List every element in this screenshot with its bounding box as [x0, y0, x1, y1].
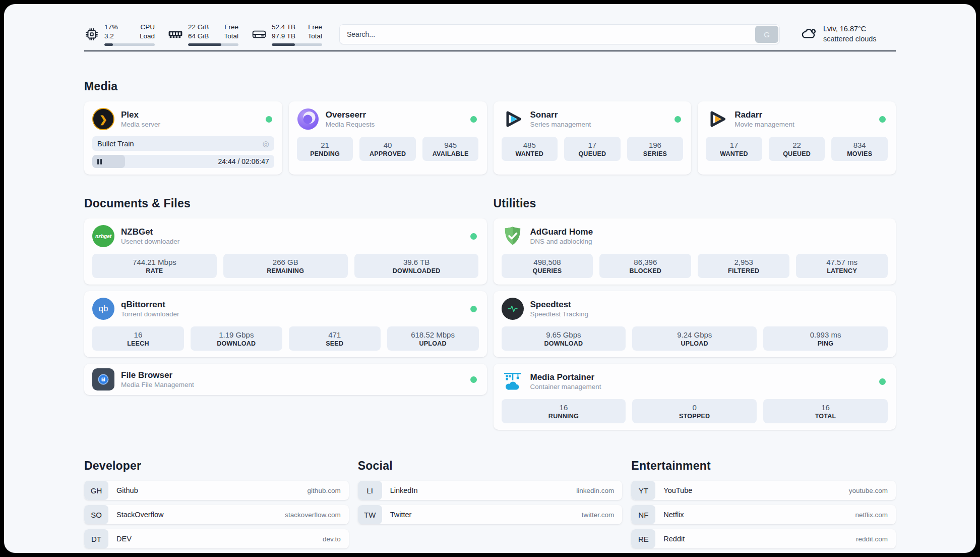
stat-box: 86,396 BLOCKED [599, 254, 691, 278]
stat-box: 834 MOVIES [831, 137, 888, 161]
search-bar: G [339, 24, 780, 44]
weather-condition: scattered clouds [823, 34, 877, 44]
ram-total-value: 64 GiB [188, 32, 209, 41]
app-card-nzbget[interactable]: nzbget NZBGet Usenet downloader 744.21 M… [84, 218, 487, 285]
disk-total-value: 97.9 TB [272, 32, 295, 41]
app-subtitle: Usenet downloader [121, 237, 179, 246]
playback-progress-row: 24:44 / 02:06:47 [92, 155, 274, 168]
app-name: Radarr [734, 109, 794, 120]
link-row-stackoverflow[interactable]: SO StackOverflow stackoverflow.com [84, 505, 349, 524]
ram-icon [168, 28, 183, 40]
app-card-plex[interactable]: ❯ Plex Media server Bullet Train ◎ 24:44… [84, 101, 282, 175]
search-engine-button[interactable]: G [755, 26, 778, 43]
link-row-dev[interactable]: DT DEV dev.to [84, 529, 349, 548]
stat-box: 0 STOPPED [632, 399, 757, 423]
status-online-dot [470, 306, 477, 312]
link-url: twitter.com [582, 511, 615, 519]
cpu-icon [84, 27, 99, 41]
link-row-youtube[interactable]: YT YouTube youtube.com [631, 481, 896, 500]
app-card-overseerr[interactable]: Overseerr Media Requests 21 PENDING 40 A… [289, 101, 487, 175]
app-card-sonarr[interactable]: Sonarr Series management 485 WANTED 17 Q… [494, 101, 692, 175]
link-row-linkedin[interactable]: LI LinkedIn linkedin.com [358, 481, 623, 500]
status-online-dot [266, 116, 272, 123]
link-row-twitter[interactable]: TW Twitter twitter.com [358, 505, 623, 524]
stat-box: 22 QUEUED [769, 137, 825, 161]
link-row-netflix[interactable]: NF Netflix netflix.com [631, 505, 896, 524]
stat-box: 9.65 Gbps DOWNLOAD [502, 326, 626, 351]
app-subtitle: Media File Management [121, 380, 194, 389]
stat-box: 9.24 Gbps UPLOAD [632, 326, 757, 351]
link-name: Reddit [663, 535, 685, 543]
system-metrics: 17% 3.2 CPU Load [84, 23, 322, 45]
app-name: Overseerr [326, 109, 375, 120]
section-title-developer: Developer [84, 459, 349, 473]
stat-box: 47.57 ms LATENCY [796, 254, 888, 278]
section-title-utilities: Utilities [494, 197, 896, 210]
radarr-icon [706, 108, 728, 130]
dashboard-page: 17% 3.2 CPU Load [4, 4, 976, 553]
adguard-icon [502, 225, 524, 247]
link-row-github[interactable]: GH Github github.com [84, 481, 349, 500]
ram-metric: 22 GiB 64 GiB Free Total [168, 23, 238, 45]
cpu-load-label: Load [140, 32, 155, 41]
sonarr-icon [502, 108, 524, 130]
status-online-dot [879, 378, 886, 385]
link-name: DEV [116, 535, 132, 543]
speedtest-icon [502, 298, 524, 320]
section-title-media: Media [84, 80, 896, 93]
link-abbr-badge: YT [631, 481, 655, 500]
app-subtitle: Torrent downloader [121, 310, 179, 319]
app-card-radarr[interactable]: Radarr Movie management 17 WANTED 22 QUE… [698, 101, 896, 175]
disk-icon [252, 28, 267, 40]
top-bar: 17% 3.2 CPU Load [84, 4, 896, 50]
cpu-progress-bar [104, 43, 155, 46]
link-url: stackoverflow.com [285, 511, 340, 519]
link-name: YouTube [663, 486, 692, 494]
stat-box: 618.52 Mbps UPLOAD [387, 326, 479, 351]
stat-box: 39.6 TB DOWNLOADED [354, 254, 479, 278]
stat-box: 266 GB REMAINING [223, 254, 348, 278]
utilities-column: Utilities [494, 197, 896, 430]
stat-box: 945 AVAILABLE [422, 137, 479, 161]
stat-box: 1.19 Gbps DOWNLOAD [191, 326, 282, 351]
disk-free-label: Free [308, 23, 322, 32]
app-subtitle: Container management [530, 382, 601, 392]
app-card-portainer[interactable]: Media Portainer Container management 16 … [494, 364, 896, 430]
app-name: Plex [121, 109, 160, 120]
app-name: Media Portainer [530, 372, 601, 382]
app-card-speedtest[interactable]: Speedtest Speedtest Tracking 9.65 Gbps D… [494, 291, 896, 357]
stat-box: 17 QUEUED [564, 137, 621, 161]
nzbget-icon: nzbget [92, 225, 114, 247]
link-abbr-badge: TW [358, 505, 382, 524]
search-input[interactable] [339, 24, 780, 44]
cpu-load-value: 3.2 [104, 32, 118, 41]
weather-widget: Lviv, 16.87°C scattered clouds [800, 24, 896, 44]
link-name: Netflix [663, 511, 684, 519]
stat-box: 16 RUNNING [502, 399, 626, 423]
link-abbr-badge: GH [84, 481, 108, 500]
plex-icon: ❯ [92, 108, 114, 130]
pause-icon [97, 159, 102, 164]
disk-free-value: 52.4 TB [272, 23, 295, 32]
app-card-qbittorrent[interactable]: qb qBittorrent Torrent downloader 16 [84, 291, 487, 357]
disk-progress-bar [272, 43, 322, 46]
media-grid: ❯ Plex Media server Bullet Train ◎ 24:44… [84, 101, 896, 175]
overseerr-icon [297, 108, 319, 130]
portainer-icon [502, 370, 524, 393]
app-name: AdGuard Home [530, 227, 593, 237]
link-url: youtube.com [849, 487, 888, 494]
status-online-dot [470, 233, 477, 240]
stat-box: 2,953 FILTERED [698, 254, 789, 278]
developer-column: Developer GH Github github.com SO StackO… [84, 459, 349, 553]
section-title-social: Social [358, 459, 623, 473]
ram-progress-bar [188, 43, 238, 46]
app-card-filebrowser[interactable]: File Browser Media File Management [84, 364, 487, 395]
app-card-adguard[interactable]: AdGuard Home DNS and adblocking 498,508 … [494, 218, 896, 285]
target-icon[interactable]: ◎ [263, 140, 269, 147]
app-name: NZBGet [121, 227, 179, 237]
stat-box: 16 LEECH [92, 326, 184, 351]
entertainment-column: Entertainment YT YouTube youtube.com NF … [631, 459, 896, 553]
link-url: github.com [308, 487, 341, 494]
link-row-reddit[interactable]: RE Reddit reddit.com [631, 529, 896, 548]
disk-total-label: Total [308, 32, 322, 41]
